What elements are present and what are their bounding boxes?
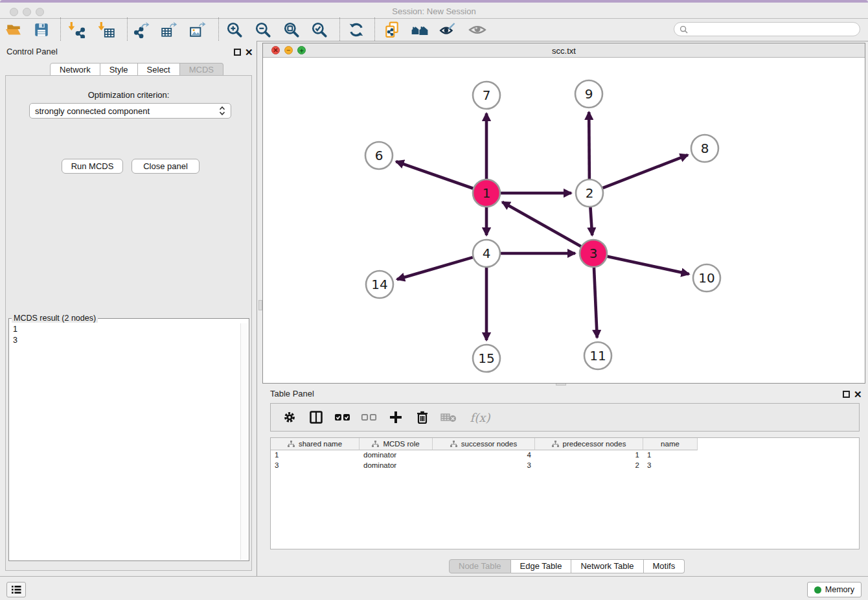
table-options-gear-icon[interactable] (281, 409, 298, 426)
svg-text:7: 7 (483, 87, 491, 103)
node-table[interactable]: shared nameMCDS rolesuccessor nodesprede… (270, 437, 860, 549)
table-cell[interactable]: dominator (360, 461, 433, 471)
open-session-icon[interactable] (4, 20, 23, 40)
table-cell[interactable]: 1 (271, 450, 360, 461)
dropdown-stepper-icon (219, 106, 225, 116)
svg-text:4: 4 (483, 246, 491, 261)
column-header-shared-name[interactable]: shared name (271, 438, 360, 450)
node-3[interactable]: 3 (580, 240, 607, 267)
result-scrollbar[interactable] (240, 323, 248, 560)
mcds-result-title: MCDS result (2 nodes) (12, 314, 98, 323)
network-canvas[interactable]: 7968124314101511 (263, 58, 865, 383)
node-11[interactable]: 11 (584, 342, 611, 369)
add-row-icon[interactable] (387, 409, 404, 426)
table-panel-tabs: Node TableEdge TableNetwork TableMotifs (449, 559, 685, 573)
network-view-window: ✕ − ＋ scc.txt 7968124314101511 (262, 43, 865, 384)
svg-text:14: 14 (371, 277, 387, 292)
column-header-mcds-role[interactable]: MCDS role (360, 438, 433, 450)
svg-text:11: 11 (589, 348, 606, 363)
node-7[interactable]: 7 (473, 82, 500, 109)
mcds-result-text: 1 3 (9, 323, 21, 347)
edge-2-3[interactable] (590, 207, 592, 235)
control-panel-title: Control Panel (6, 47, 58, 56)
task-history-button[interactable] (6, 582, 26, 597)
svg-text:1: 1 (483, 185, 491, 201)
criterion-dropdown[interactable]: strongly connected component (29, 103, 231, 119)
clone-network-icon[interactable] (382, 20, 402, 40)
select-all-icon[interactable] (334, 409, 351, 426)
delete-row-icon[interactable] (414, 409, 431, 426)
table-cell[interactable]: 3 (433, 461, 535, 471)
edge-3-11[interactable] (594, 268, 597, 338)
table-cell[interactable]: 3 (271, 461, 360, 471)
task-list-icon (11, 585, 21, 594)
deselect-all-icon[interactable] (361, 409, 378, 426)
table-row[interactable]: 3dominator323 (271, 461, 859, 471)
zoom-selected-icon[interactable] (310, 20, 329, 40)
import-table-icon[interactable] (97, 20, 117, 40)
refresh-network-icon[interactable] (347, 20, 366, 40)
table-cell[interactable]: 1 (643, 450, 698, 461)
node-15[interactable]: 15 (473, 345, 500, 372)
node-1[interactable]: 1 (473, 179, 500, 207)
edge-4-14[interactable] (397, 257, 473, 279)
graphics-details-icon[interactable] (438, 20, 457, 40)
node-4[interactable]: 4 (473, 240, 500, 267)
tab-motifs[interactable]: Motifs (644, 559, 685, 573)
import-network-icon[interactable] (67, 20, 87, 40)
svg-text:2: 2 (586, 185, 594, 201)
table-row[interactable]: 1dominator411 (271, 450, 859, 461)
node-8[interactable]: 8 (691, 135, 718, 162)
network-window-titlebar[interactable]: ✕ − ＋ scc.txt (263, 43, 865, 58)
node-2[interactable]: 2 (576, 179, 603, 207)
birdseye-view-eye-icon[interactable] (468, 20, 487, 40)
svg-text:8: 8 (701, 141, 709, 156)
node-6[interactable]: 6 (365, 142, 393, 169)
criterion-dropdown-value: strongly connected component (35, 106, 219, 116)
node-14[interactable]: 14 (366, 271, 393, 298)
edge-2-8[interactable] (603, 155, 688, 188)
table-cell[interactable]: 3 (643, 461, 698, 471)
run-mcds-button[interactable]: Run MCDS (62, 159, 123, 174)
zoom-in-icon[interactable] (225, 20, 244, 40)
tab-edge-table[interactable]: Edge Table (511, 559, 572, 573)
zoom-fit-icon[interactable] (282, 20, 301, 40)
export-image-icon[interactable] (188, 20, 207, 40)
zoom-out-icon[interactable] (253, 20, 273, 40)
delete-table-icon (440, 409, 457, 426)
node-10[interactable]: 10 (693, 264, 720, 292)
svg-text:3: 3 (589, 246, 598, 261)
tab-network-table[interactable]: Network Table (571, 559, 643, 573)
node-9[interactable]: 9 (575, 80, 602, 108)
close-panel-button[interactable]: Close panel (131, 159, 200, 174)
network-graph[interactable]: 7968124314101511 (263, 58, 865, 383)
table-cell[interactable]: dominator (360, 450, 433, 461)
edge-2-9[interactable] (589, 112, 589, 179)
table-cell[interactable]: 1 (535, 450, 643, 461)
export-table-icon[interactable] (159, 20, 179, 40)
window-title: Session: New Session (0, 6, 868, 16)
save-session-icon[interactable] (32, 20, 51, 40)
close-panel-icon[interactable]: ✕ (854, 391, 862, 398)
table-cell[interactable]: 2 (535, 461, 643, 471)
edge-3-1[interactable] (502, 202, 580, 246)
column-header-name[interactable]: name (643, 438, 698, 450)
close-panel-icon[interactable]: ✕ (245, 49, 253, 56)
float-panel-icon[interactable] (843, 391, 850, 398)
export-network-icon[interactable] (131, 20, 151, 40)
svg-text:9: 9 (585, 86, 593, 102)
search-field[interactable] (674, 22, 860, 36)
toolbar-separator (339, 17, 340, 41)
column-header-successor-nodes[interactable]: successor nodes (433, 438, 535, 450)
edge-1-6[interactable] (396, 161, 473, 189)
column-header-predecessor-nodes[interactable]: predecessor nodes (535, 438, 643, 450)
first-neighbors-icon[interactable] (410, 20, 429, 40)
memory-button[interactable]: Memory (807, 582, 862, 597)
table-cell[interactable]: 4 (433, 450, 535, 461)
show-column-icon[interactable] (308, 409, 325, 426)
edge-3-10[interactable] (607, 257, 689, 274)
search-input[interactable] (691, 24, 860, 34)
float-panel-icon[interactable] (234, 49, 241, 56)
main-toolbar (0, 19, 868, 41)
tab-node-table[interactable]: Node Table (449, 559, 511, 573)
